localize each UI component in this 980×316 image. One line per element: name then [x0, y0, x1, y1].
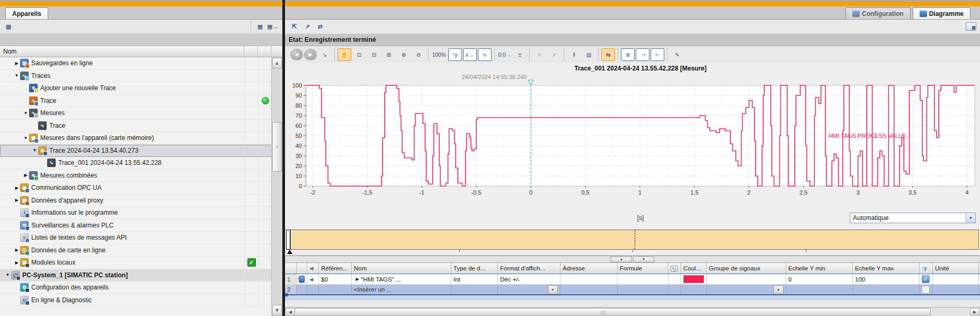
header-color[interactable]: Coul...: [681, 263, 707, 274]
tree-item-12[interactable]: iInformations sur le programme: [0, 207, 272, 220]
tree-item-6[interactable]: ▼▦Mesures dans l'appareil (carte mémoire…: [0, 132, 272, 145]
header-reference[interactable]: Référen...: [319, 263, 352, 274]
x-scale-mode-dropdown[interactable]: Automatique ▼: [850, 213, 976, 223]
cell-formula[interactable]: [618, 274, 669, 284]
scroll-up-button[interactable]: ▲: [272, 58, 282, 68]
expander-expanded-icon[interactable]: ▼: [31, 148, 38, 153]
scale-y-auto-icon[interactable]: ↑y: [448, 48, 462, 61]
cell-ymin[interactable]: [786, 285, 853, 294]
header-ref[interactable]: [297, 263, 307, 274]
overview-range-bar[interactable]: [290, 230, 979, 250]
expander-expanded-icon[interactable]: ▼: [4, 273, 11, 277]
pin-diagram-icon[interactable]: ↘: [318, 48, 332, 61]
tree-vertical-scrollbar[interactable]: ▲ ≡ ▼: [271, 57, 282, 316]
tree-item-18[interactable]: ⚙Configuration des appareils: [0, 282, 272, 294]
hscroll-thumb[interactable]: |||: [295, 308, 931, 315]
cell-format[interactable]: Déc +/-: [498, 274, 560, 284]
cell-format[interactable]: ▼: [498, 285, 560, 294]
expander-expanded-icon[interactable]: ▼: [22, 136, 29, 141]
zoom-selection-icon[interactable]: ⊡: [352, 48, 366, 61]
cell-name[interactable]: ▶"HMI TAGS"....: [352, 274, 451, 284]
legend-icon[interactable]: ≣: [621, 48, 635, 61]
apply-offset-icon[interactable]: ±: [513, 48, 527, 61]
zoom-time-range-icon[interactable]: ⊟: [367, 48, 381, 61]
zoom-in-icon[interactable]: ⊕: [397, 48, 411, 61]
header-ymin[interactable]: Echelle Y min: [786, 263, 853, 274]
cell-address[interactable]: [560, 285, 618, 294]
cell-reference[interactable]: $0: [319, 274, 352, 284]
tree-item-4[interactable]: ▼∿Mesures: [0, 107, 272, 120]
header-ymax[interactable]: Echelle Y max: [853, 263, 920, 274]
cell-ref[interactable]: [297, 285, 307, 294]
legend-right-icon[interactable]: ⊢: [651, 48, 664, 61]
show-samples-icon[interactable]: ⁘: [532, 48, 546, 61]
cell-datatype[interactable]: [451, 285, 498, 294]
cell-reference[interactable]: [319, 285, 352, 294]
tree-item-5[interactable]: ∿Trace: [0, 120, 272, 133]
expander-expanded-icon[interactable]: ▼: [13, 73, 20, 78]
tree-item-1[interactable]: ▼∿Traces: [0, 70, 272, 83]
expand-table-down-button[interactable]: ▼: [633, 257, 654, 262]
tree-item-13[interactable]: ✉Surveillances & alarmes PLC: [0, 220, 272, 232]
scroll-right-button[interactable]: ▶: [970, 308, 979, 315]
header-address[interactable]: Adresse: [560, 263, 618, 274]
tree-item-9[interactable]: ▶≋Mesures combinées: [0, 170, 272, 182]
cell-unit[interactable]: [933, 274, 979, 284]
cell-formula[interactable]: [618, 285, 669, 294]
tree-item-19[interactable]: ∪En ligne & Diagnostic: [0, 294, 272, 307]
split-horizontal-icon[interactable]: ▤: [582, 48, 595, 61]
scale-x-auto-icon[interactable]: x→: [463, 48, 477, 61]
expander-collapsed-icon[interactable]: ▶: [13, 186, 20, 190]
history-forward-icon[interactable]: ▶: [304, 49, 317, 60]
tab-configuration[interactable]: Configuration: [845, 7, 911, 19]
align-time-icon[interactable]: 0:0→: [497, 48, 512, 61]
tree-item-16[interactable]: ▶▣Modules locaux✓: [0, 257, 272, 269]
header-formula[interactable]: Formule: [618, 263, 669, 274]
zoom-100-icon[interactable]: 100%: [431, 48, 447, 61]
autoscale-checkbox[interactable]: ✓: [922, 275, 930, 283]
expand-table-up-button[interactable]: ▲: [611, 257, 632, 262]
repeat-measurement-icon[interactable]: ⇄: [314, 21, 326, 32]
fit-curves-icon[interactable]: ∿: [478, 48, 492, 61]
expander-collapsed-icon[interactable]: ▶: [13, 61, 20, 66]
legend-left-icon[interactable]: ⊣: [636, 48, 649, 61]
cell-color[interactable]: [681, 274, 707, 284]
row-expander-icon[interactable]: ▶: [354, 277, 361, 282]
cell-group[interactable]: ▼: [707, 285, 786, 294]
expander-collapsed-icon[interactable]: ▶: [22, 173, 29, 178]
header-monitor[interactable]: ◀⁝: [307, 263, 319, 274]
cell-name[interactable]: <Insérer un ...: [352, 285, 451, 294]
scroll-down-button[interactable]: ▼: [272, 305, 282, 315]
expander-collapsed-icon[interactable]: ▶: [13, 248, 20, 252]
expander-collapsed-icon[interactable]: ▶: [13, 260, 20, 265]
group-dropdown-icon[interactable]: ▼: [773, 285, 783, 294]
cell-ref[interactable]: [297, 274, 307, 284]
cell-ymin[interactable]: 0: [786, 274, 853, 284]
tree-item-10[interactable]: ▶◉Communication OPC UA: [0, 182, 272, 195]
save-measurement-icon[interactable]: ⇱: [289, 21, 300, 32]
header-format[interactable]: Format d'affich...: [498, 263, 560, 274]
cell-address[interactable]: [560, 274, 618, 284]
zoom-out-icon[interactable]: ⊖: [412, 48, 425, 61]
cell-rownum[interactable]: 1: [285, 274, 297, 284]
header-group[interactable]: Groupe de signaux: [707, 263, 786, 274]
header-datatype[interactable]: Type de d...: [451, 263, 498, 274]
header-autoscale[interactable]: ↑y: [920, 263, 933, 274]
format-dropdown-icon[interactable]: ▼: [548, 285, 558, 294]
table-view-icon[interactable]: ▦: [254, 21, 266, 32]
cell-group[interactable]: [707, 274, 786, 284]
dropdown-arrow-icon[interactable]: ▼: [966, 213, 975, 223]
zoom-value-range-icon[interactable]: ⊞: [382, 48, 396, 61]
tree-item-17[interactable]: ▼▢PC-System_1 [SIMATIC PC station]: [0, 269, 272, 282]
header-fx[interactable]: f(): [669, 263, 681, 274]
signal-color-swatch[interactable]: [683, 275, 704, 283]
tab-appareils[interactable]: Appareils: [5, 7, 48, 19]
range-start-marker-icon[interactable]: [287, 250, 292, 254]
expander-expanded-icon[interactable]: ▼: [22, 111, 29, 116]
export-table-icon[interactable]: ▦→: [267, 21, 279, 32]
export-measurement-icon[interactable]: ↗: [301, 21, 313, 32]
history-back-icon[interactable]: ◀: [290, 49, 303, 60]
measurement-cursor-icon[interactable]: ↹: [601, 48, 615, 61]
range-left-handle[interactable]: [286, 230, 290, 250]
tree-item-11[interactable]: ▶▦Données d'appareil proxy: [0, 195, 272, 207]
